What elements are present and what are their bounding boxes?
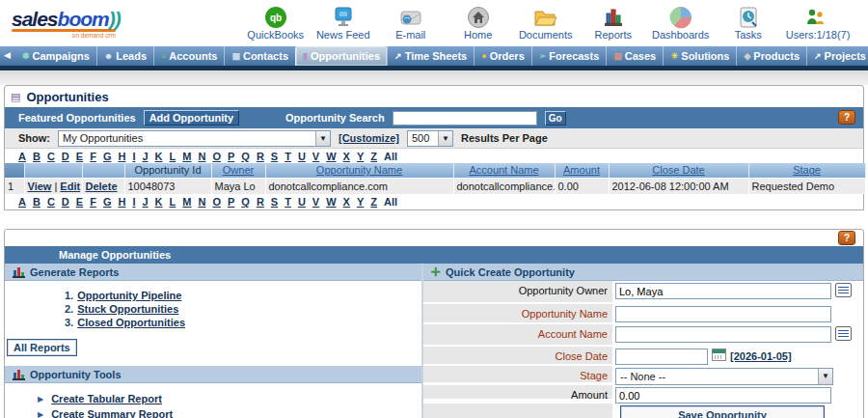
column-header-close_date[interactable]: Close Date (652, 164, 704, 176)
tab-orders[interactable]: ●Orders (474, 46, 531, 66)
column-header-cell-close_date[interactable]: Close Date (609, 163, 748, 178)
filter-letter-link[interactable]: Z (370, 151, 377, 162)
filter-letter-link[interactable]: C (47, 196, 55, 208)
filter-letter-link[interactable]: F (90, 196, 96, 208)
header-item-news-feed[interactable]: News Feed (313, 6, 373, 41)
filter-letter-link[interactable]: I (132, 196, 135, 208)
filter-letter-link[interactable]: B (33, 196, 41, 208)
tool-link[interactable]: Create Tabular Report (51, 393, 162, 404)
opportunity-name-input[interactable] (615, 306, 831, 322)
report-link[interactable]: Closed Opportunities (77, 317, 185, 328)
filter-letter-link[interactable]: C (47, 151, 55, 162)
report-link[interactable]: Opportunity Pipeline (77, 290, 181, 301)
calendar-icon[interactable] (712, 348, 726, 361)
filter-letter-link[interactable]: A (18, 196, 26, 208)
today-date-link[interactable]: [2026-01-05] (730, 348, 792, 362)
go-button[interactable]: Go (545, 111, 566, 125)
amount-input[interactable] (615, 387, 831, 404)
filter-letter-link[interactable]: V (312, 196, 319, 208)
view-select[interactable]: My Opportunities▼ (58, 130, 331, 147)
filter-letter-link[interactable]: T (285, 196, 291, 208)
header-item-documents[interactable]: Documents (516, 6, 576, 41)
report-link[interactable]: Stuck Opportunities (77, 303, 178, 315)
account-name-input[interactable] (615, 326, 831, 343)
filter-letter-link[interactable]: M (182, 151, 191, 162)
help-icon[interactable]: ? (838, 231, 855, 245)
filter-letter-link[interactable]: K (155, 196, 163, 208)
tab-opportunities[interactable]: ▮Opportunities (295, 46, 387, 66)
column-header-stage[interactable]: Stage (793, 164, 821, 176)
filter-letter-link[interactable]: N (198, 196, 205, 208)
edit-link[interactable]: Edit (60, 181, 80, 192)
filter-letter-link[interactable]: E (76, 151, 83, 162)
column-header-cell-amount[interactable]: Amount (555, 163, 609, 178)
filter-letter-link[interactable]: O (212, 151, 221, 162)
filter-letter-link[interactable]: J (142, 151, 148, 162)
filter-letter-link[interactable]: X (343, 196, 350, 208)
filter-letter-link[interactable]: R (257, 151, 264, 162)
filter-letter-link[interactable]: H (118, 151, 125, 162)
column-header-cell-account[interactable]: Account Name (453, 163, 555, 178)
filter-letter-link[interactable]: J (142, 196, 148, 208)
scroll-left-icon[interactable]: ◀ (0, 46, 15, 66)
column-header-amount[interactable]: Amount (563, 164, 600, 176)
save-opportunity-button[interactable]: Save Opportunity (620, 405, 825, 418)
tab-contacts[interactable]: ▦Contacts (224, 46, 295, 66)
filter-letter-link[interactable]: P (228, 151, 234, 162)
filter-letter-link[interactable]: E (76, 196, 83, 208)
tab-campaigns[interactable]: ✽Campaigns (15, 46, 96, 66)
tab-solutions[interactable]: ☀Solutions (663, 46, 736, 66)
filter-letter-link[interactable]: G (103, 151, 112, 162)
filter-letter-link[interactable]: P (228, 196, 234, 208)
filter-letter-link[interactable]: F (90, 151, 96, 162)
lookup-icon[interactable] (835, 283, 852, 297)
column-header-cell-name[interactable]: Opportunity Name (265, 163, 453, 178)
filter-letter-link[interactable]: N (198, 151, 205, 162)
header-item-trash[interactable]: Trash (854, 6, 868, 41)
filter-letter-link[interactable]: G (103, 196, 112, 208)
filter-letter-link[interactable]: L (170, 196, 176, 208)
filter-letter-link[interactable]: T (285, 151, 291, 162)
tab-cases[interactable]: ▤Cases (606, 46, 663, 66)
opportunity-owner-input[interactable] (615, 283, 831, 299)
filter-letter-link[interactable]: H (118, 196, 125, 208)
filter-letter-link[interactable]: Y (357, 151, 364, 162)
header-item-dashboards[interactable]: Dashboards (651, 6, 711, 41)
filter-letter-link[interactable]: W (326, 196, 336, 208)
customize-link[interactable]: [Customize] (339, 132, 399, 144)
salesboom-logo[interactable]: salesboom)) on demand crm (0, 8, 121, 39)
tool-link[interactable]: Create Summary Report (51, 408, 173, 418)
tab-forecasts[interactable]: ➣Forecasts (531, 46, 607, 66)
column-header-name[interactable]: Opportunity Name (316, 164, 402, 176)
per-page-select[interactable]: 500▼ (407, 130, 453, 147)
close-date-input[interactable] (615, 348, 708, 365)
filter-letter-link[interactable]: M (182, 196, 191, 208)
filter-letter-link[interactable]: Y (357, 196, 364, 208)
header-item-users[interactable]: Users:1/18(7) (786, 6, 846, 41)
filter-letter-link[interactable]: Z (370, 196, 377, 208)
filter-letter-link[interactable]: S (271, 196, 278, 208)
stage-select[interactable]: -- None --▼ (615, 368, 833, 385)
opportunity-search-input[interactable] (393, 111, 537, 125)
filter-letter-link[interactable]: I (132, 151, 135, 162)
filter-letter-link[interactable]: O (212, 196, 221, 208)
tab-accounts[interactable]: ≡Accounts (153, 46, 224, 66)
filter-all-link[interactable]: All (384, 196, 397, 208)
filter-letter-link[interactable]: A (18, 151, 26, 162)
filter-letter-link[interactable]: S (271, 151, 278, 162)
header-item-tasks[interactable]: Tasks (719, 6, 778, 41)
tab-leads[interactable]: ☻Leads (96, 46, 153, 66)
filter-letter-link[interactable]: Q (241, 196, 250, 208)
filter-letter-link[interactable]: U (298, 196, 306, 208)
header-item-quickbooks[interactable]: qbQuickBooks (246, 6, 306, 41)
header-item-reports[interactable]: Reports (583, 6, 643, 41)
filter-letter-link[interactable]: W (326, 151, 336, 162)
column-header-cell-owner[interactable]: Owner (211, 163, 265, 178)
filter-letter-link[interactable]: B (33, 151, 41, 162)
add-opportunity-button[interactable]: Add Opportunity (144, 110, 239, 125)
filter-letter-link[interactable]: R (257, 196, 264, 208)
all-reports-button[interactable]: All Reports (7, 339, 77, 356)
filter-letter-link[interactable]: V (312, 151, 319, 162)
filter-letter-link[interactable]: Q (241, 151, 250, 162)
filter-letter-link[interactable]: D (62, 196, 69, 208)
